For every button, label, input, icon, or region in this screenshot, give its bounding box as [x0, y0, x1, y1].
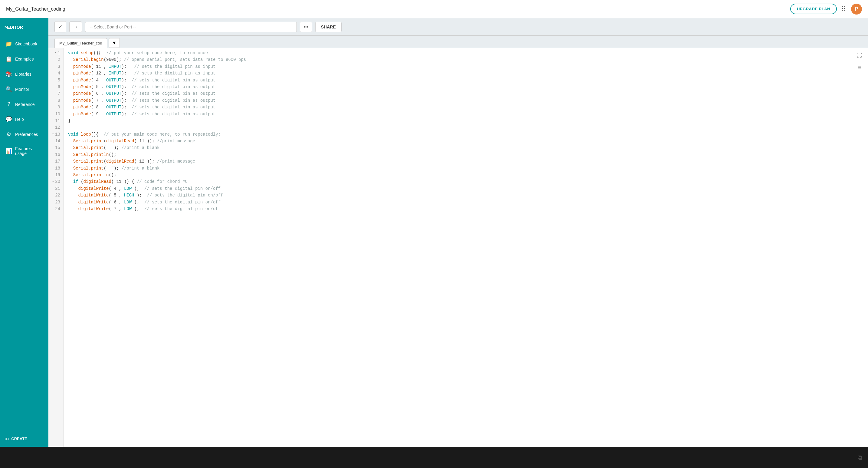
verify-button[interactable]: ✓	[55, 21, 66, 32]
code-token: void	[68, 132, 79, 137]
fold-arrow-icon[interactable]: ▾	[55, 51, 57, 55]
sidebar-item-help[interactable]: 💬 Help	[0, 112, 49, 127]
avatar[interactable]: P	[851, 4, 862, 14]
code-token	[68, 200, 79, 205]
table-row: pinMode( 12 , INPUT); // sets the digita…	[68, 70, 864, 77]
code-token: pinMode	[73, 64, 91, 69]
code-token: (	[104, 145, 106, 150]
fullscreen-button[interactable]: ⛶	[856, 51, 864, 60]
code-token	[68, 78, 73, 83]
bottom-bar: ⧉	[0, 447, 868, 468]
chevron-down-icon: ▼	[112, 40, 117, 46]
copy-icon[interactable]: ⧉	[858, 454, 862, 461]
code-token: (){	[91, 132, 104, 137]
code-token: ();	[108, 152, 116, 157]
outline-button[interactable]: ≡	[856, 63, 864, 72]
code-token: " "	[106, 166, 114, 171]
line-number: 17	[52, 158, 60, 165]
code-token: // opens serial port, sets data rate to …	[124, 57, 246, 62]
code-token: 6	[96, 91, 98, 96]
code-token: ,	[99, 78, 106, 83]
code-token: ,	[117, 186, 124, 191]
sidebar-item-reference[interactable]: ? Reference	[0, 97, 49, 112]
table-row: pinMode( 9 , OUTPUT); // sets the digita…	[68, 111, 864, 117]
sidebar-item-monitor[interactable]: 🔍 Monitor	[0, 82, 49, 97]
code-token: (	[108, 186, 114, 191]
code-token: pinMode	[73, 98, 91, 103]
code-token: // put your main code here, to run repea…	[104, 132, 221, 137]
table-row: pinMode( 7 , OUTPUT); // sets the digita…	[68, 97, 864, 104]
upload-button[interactable]: →	[69, 22, 82, 32]
code-token	[68, 206, 79, 211]
outline-icon: ≡	[858, 64, 861, 70]
board-select-display[interactable]: -- Select Board or Port --	[85, 22, 297, 32]
code-token	[68, 91, 73, 96]
fold-arrow-icon[interactable]: ▾	[52, 179, 54, 184]
code-token: digitalWrite	[79, 186, 109, 191]
fold-arrow-icon[interactable]: ▾	[52, 132, 54, 137]
code-token: ,	[101, 71, 108, 76]
code-token: (	[104, 139, 106, 144]
code-token: );	[121, 98, 129, 103]
code-lines[interactable]: void setup(){ // put your setup code her…	[64, 48, 868, 447]
line-number: ▾20	[52, 178, 60, 185]
code-token: 8	[96, 105, 98, 110]
sidebar-item-examples[interactable]: 📋 Examples	[0, 52, 49, 67]
code-token: digitalWrite	[79, 193, 109, 198]
code-token: digitalRead	[106, 139, 134, 144]
line-number: 14	[52, 138, 60, 144]
code-token: (	[91, 112, 96, 117]
code-token: OUTPUT	[106, 78, 121, 83]
code-token	[68, 112, 73, 117]
active-tab[interactable]: My_Guitar_Teacher_cod	[55, 38, 107, 48]
code-token: 7	[114, 206, 116, 211]
code-token: ,	[99, 91, 106, 96]
line-number: ▾13	[52, 131, 60, 138]
code-token: ();	[108, 173, 116, 177]
code-token: 5	[96, 84, 98, 89]
code-token: pinMode	[73, 84, 91, 89]
editor-actions: ⛶ ≡	[856, 51, 864, 72]
code-token: INPUT	[108, 71, 121, 76]
code-token: 4	[114, 186, 116, 191]
code-token: Serial.println	[73, 152, 109, 157]
line-number: 19	[52, 172, 60, 178]
code-token	[68, 193, 79, 198]
code-token: ));	[144, 139, 157, 144]
table-row: if (digitalRead( 11 )) { // code for cho…	[68, 178, 864, 185]
code-token: OUTPUT	[106, 98, 121, 103]
code-token	[79, 132, 81, 137]
code-token: // sets the digital pin as output	[129, 84, 216, 89]
table-row	[68, 124, 864, 131]
code-token: );	[132, 186, 142, 191]
sidebar-item-sketchbook[interactable]: 📁 Sketchbook	[0, 36, 49, 52]
upgrade-button[interactable]: UPGRADE PLAN	[790, 4, 837, 14]
table-row: pinMode( 6 , OUTPUT); // sets the digita…	[68, 90, 864, 97]
code-token: // code for chord #C	[137, 179, 188, 184]
code-token: (	[108, 200, 114, 205]
code-token: digitalWrite	[79, 206, 109, 211]
code-token: // put your setup code here, to run once…	[106, 51, 210, 55]
code-token: );	[121, 84, 129, 89]
tab-dropdown[interactable]: ▼	[108, 38, 120, 48]
header-right: UPGRADE PLAN ⠿ P	[790, 4, 862, 14]
more-button[interactable]: •••	[300, 22, 312, 32]
arduino-symbol-icon: ∞	[4, 435, 9, 442]
monitor-icon: 🔍	[5, 86, 12, 93]
code-token: OUTPUT	[106, 105, 121, 110]
code-token: (	[91, 91, 96, 96]
top-header: My_Guitar_Teacher_coding UPGRADE PLAN ⠿ …	[0, 0, 868, 18]
grid-icon[interactable]: ⠿	[841, 5, 846, 13]
sidebar-item-features[interactable]: 📊 Features usage	[0, 142, 49, 160]
line-number: 7	[52, 90, 60, 97]
code-token: 11	[139, 139, 144, 144]
sidebar-item-libraries[interactable]: 📚 Libraries	[0, 67, 49, 82]
share-button[interactable]: SHARE	[315, 22, 342, 32]
code-token: //print message	[157, 139, 195, 144]
code-editor[interactable]: ▾123456789101112▾13141516171819▾20212223…	[49, 48, 868, 447]
sidebar-item-preferences[interactable]: ⚙ Preferences	[0, 127, 49, 142]
code-token: (	[104, 57, 106, 62]
project-title: My_Guitar_Teacher_coding	[6, 6, 65, 12]
code-token: );	[134, 193, 144, 198]
help-icon: 💬	[5, 116, 12, 123]
